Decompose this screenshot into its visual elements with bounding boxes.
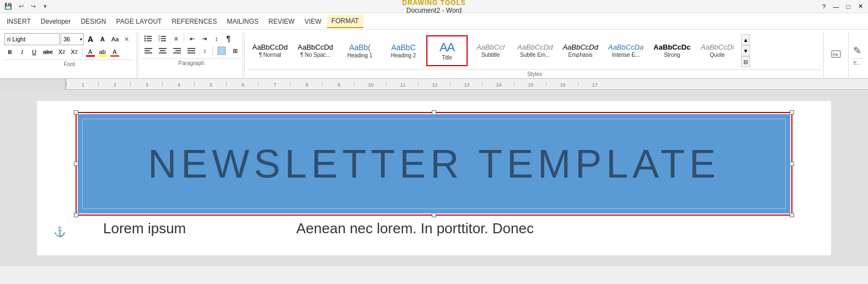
- svg-rect-16: [159, 48, 167, 49]
- svg-rect-14: [144, 50, 150, 51]
- handle-bottom-right[interactable]: [790, 213, 794, 217]
- font-name-input[interactable]: ri Light: [4, 33, 60, 45]
- editing-label: E...: [851, 58, 864, 66]
- minimize-button[interactable]: —: [831, 1, 842, 12]
- sort-button[interactable]: ↕: [211, 33, 222, 44]
- align-left-button[interactable]: [142, 45, 155, 56]
- svg-rect-13: [144, 48, 152, 49]
- svg-text:✕: ✕: [124, 36, 129, 42]
- style-quote[interactable]: AaBbCcDi Quote: [696, 35, 738, 66]
- undo-icon[interactable]: ↩: [15, 1, 26, 12]
- textbox-selected[interactable]: NEWSLETTER TEMPLATE: [76, 112, 792, 216]
- style-emphasis[interactable]: AaBbCcDd Emphasis: [559, 35, 602, 66]
- numbering-button[interactable]: 1.2.3.: [156, 33, 169, 44]
- close-button[interactable]: ✕: [855, 1, 866, 12]
- bold-button[interactable]: B: [4, 46, 15, 57]
- editing-tools-button[interactable]: ✎: [851, 45, 864, 56]
- paragraph-section-label: Paragraph: [142, 58, 240, 66]
- clear-formatting-button[interactable]: ✕: [122, 34, 134, 45]
- drawing-tools-label: DRAWING TOOLS: [402, 0, 465, 7]
- underline-button[interactable]: U: [29, 46, 40, 57]
- menu-item-review[interactable]: REVIEW: [264, 15, 299, 28]
- highlight-button[interactable]: ab: [97, 46, 108, 57]
- style-heading2[interactable]: AaBbC Heading 2: [383, 35, 424, 66]
- bottom-text: Lorem ipsum Aenean nec lorem. In porttit…: [70, 216, 798, 237]
- font-section: ri Light 36▾ A A Aa ✕ B I U abc X2 X2: [2, 32, 137, 78]
- superscript-button[interactable]: X2: [68, 46, 79, 57]
- svg-rect-12: [161, 40, 166, 41]
- font-grow-button[interactable]: A: [85, 34, 96, 45]
- italic-button[interactable]: I: [17, 46, 28, 57]
- handle-middle-right[interactable]: [790, 162, 794, 166]
- textbox-inner[interactable]: NEWSLETTER TEMPLATE: [78, 114, 790, 213]
- menu-item-format[interactable]: FORMAT: [327, 15, 363, 28]
- font-shrink-button[interactable]: A: [97, 34, 108, 45]
- increase-indent-button[interactable]: ⇥: [199, 33, 210, 44]
- ruler-marks: 1 2 3 4 5 6 7 8 9 10 11 12 13 14 15 16 1…: [66, 82, 610, 87]
- change-case-button[interactable]: Aa: [109, 34, 121, 45]
- svg-point-1: [144, 36, 146, 37]
- style-subtle-em[interactable]: AaBbCcDd Subtle Em...: [513, 35, 556, 66]
- menu-item-page-layout[interactable]: PAGE LAYOUT: [112, 15, 167, 28]
- align-right-button[interactable]: [170, 45, 184, 56]
- redo-icon[interactable]: ↪: [28, 1, 39, 12]
- menu-item-insert[interactable]: INSERT: [2, 15, 35, 28]
- menu-item-references[interactable]: REFERENCES: [167, 15, 221, 28]
- menu-item-mailings[interactable]: MAILINGS: [222, 15, 262, 28]
- restore-button[interactable]: □: [843, 1, 854, 12]
- paragraph-section: 1.2.3. ≡ ⇤ ⇥ ↕ ¶: [140, 32, 243, 78]
- svg-rect-25: [218, 47, 226, 55]
- svg-rect-21: [173, 52, 181, 53]
- help-icon[interactable]: ?: [818, 1, 829, 12]
- styles-scroll-up[interactable]: ▲: [741, 34, 750, 45]
- align-center-button[interactable]: [156, 45, 169, 56]
- style-no-space[interactable]: AaBbCcDd ¶ No Spac...: [294, 35, 337, 66]
- handle-bottom-left[interactable]: [74, 213, 78, 217]
- text-color-button[interactable]: A: [85, 46, 96, 57]
- svg-rect-10: [161, 38, 166, 39]
- svg-rect-17: [160, 50, 165, 51]
- font-color2-button[interactable]: A: [109, 46, 120, 57]
- style-heading1[interactable]: AaBb( Heading 1: [339, 35, 381, 66]
- svg-text:▾: ▾: [837, 53, 838, 56]
- style-title[interactable]: AA Title: [426, 35, 468, 66]
- dropdown-icon[interactable]: ▾: [40, 1, 51, 12]
- borders-button[interactable]: ⊞: [229, 45, 240, 56]
- ruler: 1 2 3 4 5 6 7 8 9 10 11 12 13 14 15 16 1…: [0, 79, 868, 90]
- style-intense-e[interactable]: AaBbCcDa Intense E...: [604, 35, 647, 66]
- quick-access[interactable]: 💾 ↩ ↪ ▾: [2, 1, 51, 12]
- show-marks-button[interactable]: ¶: [223, 33, 234, 44]
- menu-bar: INSERT Developer DESIGN PAGE LAYOUT REFE…: [0, 13, 868, 30]
- style-strong[interactable]: AaBbCcDc Strong: [650, 35, 694, 66]
- handle-bottom-middle[interactable]: [432, 213, 436, 217]
- bottom-text-left: Lorem ipsum: [103, 220, 186, 237]
- menu-item-design[interactable]: DESIGN: [77, 15, 111, 28]
- anchor-icon: ⚓: [53, 226, 66, 238]
- font-size-input[interactable]: 36▾: [61, 33, 84, 45]
- bottom-text-right: Aenean nec lorem. In porttitor. Donec: [296, 220, 534, 237]
- style-subtitle[interactable]: AaBbCcI Subtitle: [470, 35, 511, 66]
- svg-rect-15: [144, 52, 152, 53]
- handle-top-right[interactable]: [790, 110, 794, 115]
- strikethrough-button[interactable]: abc: [41, 46, 55, 57]
- justify-button[interactable]: [185, 45, 198, 56]
- styles-scroll-down[interactable]: ▼: [741, 45, 750, 56]
- decrease-indent-button[interactable]: ⇤: [186, 33, 197, 44]
- change-styles-button[interactable]: Aa ▾: [828, 50, 844, 61]
- subscript-button[interactable]: X2: [56, 46, 67, 57]
- save-icon[interactable]: 💾: [2, 1, 14, 12]
- ribbon: ri Light 36▾ A A Aa ✕ B I U abc X2 X2: [0, 30, 868, 79]
- shading-button[interactable]: [215, 45, 228, 56]
- svg-rect-23: [187, 50, 195, 51]
- svg-rect-24: [187, 52, 195, 53]
- svg-rect-22: [187, 48, 195, 49]
- svg-text:3.: 3.: [158, 39, 160, 42]
- multilevel-button[interactable]: ≡: [170, 33, 181, 44]
- line-spacing-button[interactable]: ↕: [199, 45, 210, 56]
- style-normal[interactable]: AaBbCcDd ¶ Normal: [248, 35, 291, 66]
- window-bar: 💾 ↩ ↪ ▾ DRAWING TOOLS Document2 - Word ?…: [0, 0, 868, 13]
- menu-item-developer[interactable]: Developer: [36, 15, 76, 28]
- bullets-button[interactable]: [142, 33, 155, 44]
- menu-item-view[interactable]: VIEW: [300, 15, 326, 28]
- styles-expand[interactable]: ⊟: [741, 56, 750, 67]
